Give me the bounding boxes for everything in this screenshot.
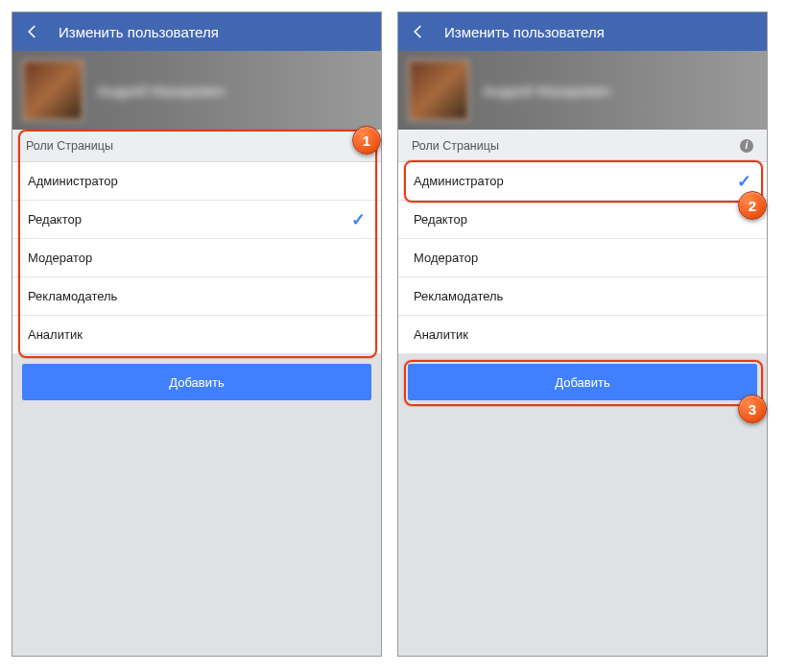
role-item-admin[interactable]: Администратор ✓	[398, 162, 767, 201]
role-item-analyst[interactable]: Аналитик	[398, 316, 767, 354]
section-title: Роли Страницы	[26, 139, 113, 153]
role-item-moderator[interactable]: Модератор	[12, 239, 381, 277]
profile-header: Андрей Макаревич	[398, 51, 767, 130]
role-item-analyst[interactable]: Аналитик	[12, 316, 381, 354]
add-button[interactable]: Добавить	[22, 364, 371, 400]
role-label: Редактор	[28, 212, 82, 227]
role-label: Редактор	[414, 212, 467, 227]
role-item-editor[interactable]: Редактор ✓	[12, 201, 381, 239]
screenshot-left: Изменить пользователя Андрей Макаревич Р…	[12, 12, 382, 657]
role-label: Администратор	[414, 174, 504, 188]
role-item-editor[interactable]: Редактор	[398, 201, 767, 239]
back-icon[interactable]	[410, 23, 427, 40]
role-label: Рекламодатель	[28, 289, 117, 303]
role-label: Аналитик	[28, 327, 83, 342]
check-icon: ✓	[737, 171, 751, 192]
role-label: Администратор	[28, 174, 118, 188]
avatar	[408, 60, 469, 121]
role-item-moderator[interactable]: Модератор	[398, 239, 767, 277]
info-icon[interactable]: i	[740, 139, 753, 153]
profile-name: Андрей Макаревич	[97, 83, 225, 99]
role-list: Администратор ✓ Редактор Модератор Рекла…	[398, 162, 767, 354]
check-icon: ✓	[351, 209, 366, 230]
section-header: Роли Страницы i	[398, 130, 767, 162]
titlebar: Изменить пользователя	[398, 12, 767, 51]
titlebar-title: Изменить пользователя	[59, 24, 219, 40]
role-item-advertiser[interactable]: Рекламодатель	[398, 277, 767, 316]
section-title: Роли Страницы	[412, 139, 499, 153]
avatar	[22, 60, 83, 121]
profile-name: Андрей Макаревич	[483, 83, 610, 99]
titlebar-title: Изменить пользователя	[444, 24, 605, 40]
role-item-admin[interactable]: Администратор	[12, 162, 381, 201]
back-icon[interactable]	[24, 23, 41, 40]
add-button[interactable]: Добавить	[408, 364, 757, 400]
add-button-label: Добавить	[169, 375, 224, 390]
role-label: Модератор	[414, 251, 478, 265]
add-button-label: Добавить	[555, 375, 609, 390]
role-label: Рекламодатель	[414, 289, 503, 303]
profile-header: Андрей Макаревич	[12, 51, 381, 130]
titlebar: Изменить пользователя	[12, 12, 381, 51]
role-item-advertiser[interactable]: Рекламодатель	[12, 277, 381, 316]
role-label: Модератор	[28, 251, 92, 265]
role-label: Аналитик	[414, 327, 468, 342]
screenshot-right: Изменить пользователя Андрей Макаревич Р…	[397, 12, 768, 657]
section-header: Роли Страницы	[12, 130, 381, 162]
role-list: Администратор Редактор ✓ Модератор Рекла…	[12, 162, 381, 354]
